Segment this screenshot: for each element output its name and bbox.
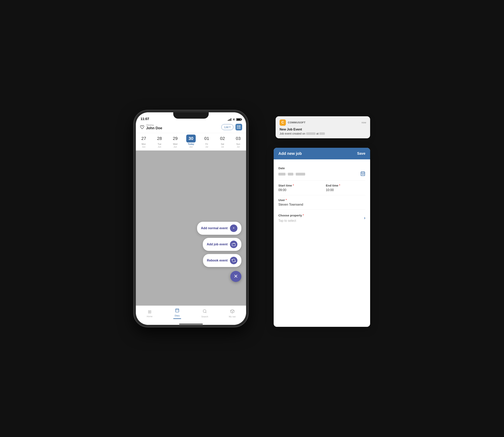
home-icon: ⊞	[148, 309, 151, 314]
add-job-event-label: Add job event	[207, 243, 228, 246]
calendar-day-wed[interactable]: 29 Wed Jun	[170, 135, 181, 148]
save-button[interactable]: Save	[357, 151, 365, 156]
grid-view-button[interactable]	[235, 124, 242, 130]
date-label: Date	[278, 167, 365, 170]
user-required: *	[286, 198, 287, 201]
add-normal-event-button[interactable]: Add normal event +	[197, 222, 241, 235]
end-time-text: 10:00	[326, 188, 334, 192]
home-indicator	[136, 323, 246, 325]
cal-day-num-27: 27	[140, 135, 148, 142]
date-section: Date / /	[278, 163, 365, 181]
add-job-event-button[interactable]: Add job event	[203, 238, 241, 251]
cal-day-month-jul1: Jul	[205, 146, 208, 148]
nav-item-search[interactable]: Search	[191, 309, 219, 318]
property-left: Choose property * Tap to select	[278, 214, 304, 223]
date-label-text: Date	[278, 167, 285, 170]
cal-day-name-mon: Mon	[141, 143, 146, 145]
cal-day-name-today: Today	[188, 143, 194, 145]
notification-time-redacted	[319, 132, 325, 135]
cal-day-name-wed: Wed	[173, 143, 177, 145]
cal-day-num-03: 03	[234, 135, 242, 142]
rebook-event-label: Rebook event	[207, 259, 228, 262]
notification-body-at: at	[316, 132, 319, 135]
overlay-buttons: Add normal event + Add job event	[197, 222, 241, 282]
viewing-name: John Doe	[146, 126, 162, 130]
calendar-day-today[interactable]: 30 Today Jun	[186, 135, 196, 148]
start-time-required: *	[293, 184, 294, 187]
start-time-label-text: Start time	[278, 184, 292, 187]
end-time-value[interactable]: 10:00	[326, 188, 365, 192]
user-label: User *	[278, 198, 365, 202]
rebook-event-button[interactable]: Rebook event	[203, 254, 241, 267]
notification-date-redacted	[306, 132, 316, 135]
list-view-button[interactable]: List ▾	[221, 124, 233, 130]
panel-header: Add new job Save	[274, 148, 370, 159]
battery-icon	[236, 118, 241, 121]
calendar-day-tue[interactable]: 28 Tue Jun	[154, 135, 165, 148]
app-header: Viewing John Doe List ▾	[136, 122, 246, 133]
rebook-icon	[230, 257, 237, 264]
calendar-day-mon[interactable]: 27 Mon Jun	[138, 135, 149, 148]
calendar-day-fri[interactable]: 01 Fri Jul	[202, 135, 212, 148]
user-value[interactable]: Steven Townsend	[278, 203, 365, 206]
close-fab-button[interactable]: ✕	[230, 271, 241, 282]
svg-line-7	[206, 312, 206, 313]
cal-day-name-tue: Tue	[158, 143, 161, 145]
end-time-required: *	[339, 184, 340, 187]
cal-day-num-30: 30	[186, 135, 196, 142]
calendar-picker-icon[interactable]	[360, 171, 365, 177]
heart-icon[interactable]	[140, 125, 144, 129]
user-name-text: Steven Townsend	[278, 203, 303, 206]
phone-frame: 11:07 ⌘	[134, 110, 248, 327]
calendar-day-sun[interactable]: 03 Sun Jul	[233, 135, 243, 148]
diary-icon	[175, 308, 179, 314]
panel-body: Date / /	[274, 159, 370, 230]
notification-title: New Job Event	[280, 128, 366, 131]
cal-day-name-fri: Fri	[206, 143, 208, 145]
end-time-label-text: End time	[326, 184, 338, 187]
nav-item-diary[interactable]: Diary	[163, 308, 191, 319]
nav-item-home[interactable]: ⊞ Home	[136, 309, 163, 318]
start-time-text: 09:00	[278, 188, 286, 192]
list-label: List	[224, 126, 229, 129]
chevron-right-icon: ›	[364, 215, 365, 220]
cal-day-name-sun: Sun	[236, 143, 240, 145]
signal-icon	[228, 118, 231, 121]
calendar-day-sat[interactable]: 02 Sat Jul	[217, 135, 228, 148]
time-row: Start time * 09:00 End time *	[278, 184, 365, 192]
viewing-label: Viewing	[146, 124, 162, 126]
choose-property-label-text: Choose property	[278, 214, 302, 217]
cal-day-month-jul2: Jul	[221, 146, 224, 148]
briefcase-icon	[230, 241, 237, 248]
svg-rect-13	[362, 174, 363, 175]
grid-icon	[237, 125, 241, 129]
bottom-navigation: ⊞ Home Diary	[136, 306, 246, 323]
panel-title: Add new job	[278, 151, 302, 156]
date-value: / /	[278, 171, 365, 177]
start-time-value[interactable]: 09:00	[278, 188, 318, 192]
cal-day-month-jun4: Jun	[189, 146, 193, 148]
cal-day-num-02: 02	[219, 135, 226, 142]
notification-time: now	[362, 121, 366, 124]
calendar-main-area: Add normal event + Add job event	[136, 150, 246, 306]
choose-property-required: *	[303, 214, 304, 217]
choose-property-section[interactable]: Choose property * Tap to select ›	[278, 210, 365, 226]
wifi-icon: ⌘	[232, 118, 235, 121]
notification-body-prefix: Job event created on	[280, 132, 305, 135]
notification-body: Job event created on at	[280, 132, 366, 135]
nav-item-myvan[interactable]: My van	[219, 309, 246, 318]
end-time-label: End time *	[326, 184, 365, 187]
date-field[interactable]: / /	[278, 173, 305, 176]
nav-label-myvan: My van	[229, 315, 236, 318]
chevron-down-icon: ▾	[229, 126, 231, 128]
status-time: 11:07	[141, 117, 149, 121]
header-right: List ▾	[221, 124, 242, 130]
cal-day-month-jun1: Jun	[142, 146, 145, 148]
cal-day-month-jun2: Jun	[158, 146, 161, 148]
svg-rect-14	[363, 174, 363, 175]
cal-day-month-jul3: Jul	[237, 146, 240, 148]
notification-card: C COMMUSOFT now New Job Event Job event …	[276, 116, 370, 138]
svg-rect-2	[176, 309, 179, 312]
svg-rect-0	[232, 243, 235, 246]
add-job-panel: Add new job Save Date / /	[274, 148, 370, 327]
